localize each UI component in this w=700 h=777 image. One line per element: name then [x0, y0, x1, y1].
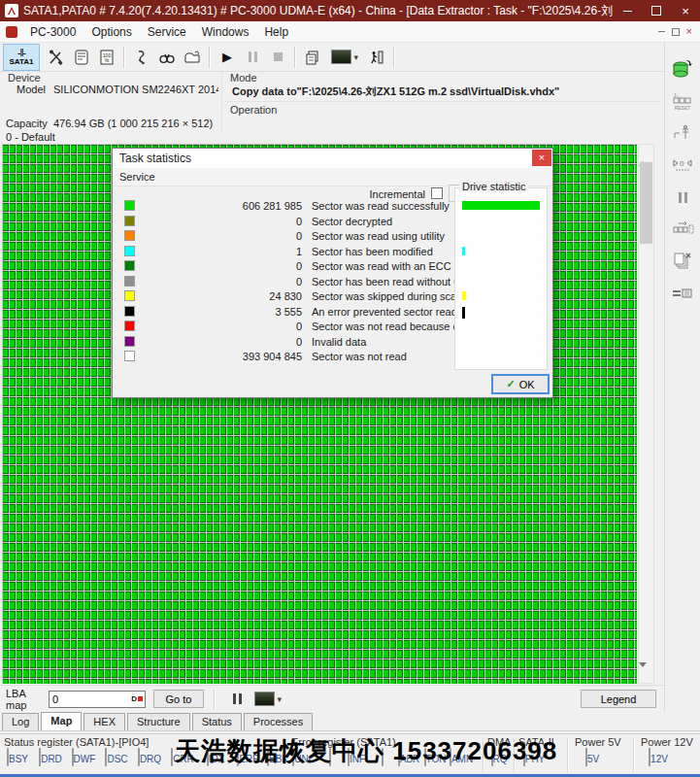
- dialog-title: Task statistics: [119, 152, 191, 165]
- mode-panel: Mode Copy data to"F:\2025\4.26-刘ZX1 512G…: [221, 72, 664, 132]
- lba-map-label: LBA map: [6, 688, 49, 711]
- tab-structure[interactable]: Structure: [127, 713, 190, 730]
- utility-hook-icon: [133, 49, 150, 66]
- led-dwf: DWF: [70, 749, 97, 766]
- color-chip: [124, 200, 135, 211]
- drive-statistic-group: Drive statistic: [454, 187, 548, 370]
- tab-log[interactable]: Log: [2, 713, 39, 730]
- dialog-menu-service[interactable]: Service: [119, 171, 155, 183]
- mdi-minimize-icon[interactable]: [658, 31, 665, 32]
- drive-statistic-label: Drive statistic: [459, 181, 528, 192]
- color-chip: [124, 321, 135, 331]
- scrollbar-thumb[interactable]: [640, 162, 652, 244]
- open-folder-icon: [183, 49, 201, 66]
- color-chip: [124, 246, 135, 256]
- drive-bar: [462, 291, 466, 300]
- mdi-close-icon[interactable]: ×: [686, 26, 692, 37]
- map-preview-icon: [254, 692, 275, 706]
- tools-icon: [48, 49, 65, 66]
- reset-button[interactable]: 1↓ RESET: [668, 88, 697, 114]
- color-chip: [124, 216, 135, 226]
- mode-group-label: Mode: [230, 72, 257, 84]
- main-toolbar: -‖- SATA1 100% ▶ ▾: [0, 43, 664, 72]
- tab-status[interactable]: Status: [192, 713, 242, 730]
- open-task-button[interactable]: [180, 45, 205, 70]
- pc3000-app-icon: [6, 26, 17, 38]
- sata1-port-button[interactable]: -‖- SATA1: [3, 44, 40, 71]
- color-chip: [124, 276, 135, 287]
- menu-service[interactable]: Service: [140, 21, 194, 42]
- right-toolbar: 1↓ RESET 0: [664, 43, 700, 731]
- check-icon: ✓: [506, 378, 515, 390]
- led-12v: 12V: [645, 749, 672, 766]
- scroll-up-button[interactable]: [639, 145, 653, 160]
- status-register-header: Status register (SATA1)-[PIO4]: [4, 736, 149, 748]
- lba-controls: LBA map D Go to ▾ Legend: [0, 685, 664, 712]
- statistics-report-button[interactable]: 100%: [94, 45, 119, 70]
- reset-registers-icon: 1↓: [672, 92, 693, 106]
- menu-pc3000[interactable]: PC-3000: [22, 21, 83, 42]
- radix-toggle-icon[interactable]: D: [131, 694, 143, 703]
- close-button[interactable]: ×: [671, 0, 700, 21]
- bottom-tabs: Log Map HEX Structure Status Processes: [0, 712, 700, 731]
- drive-power-button[interactable]: [668, 56, 697, 82]
- menu-windows[interactable]: Windows: [194, 21, 257, 42]
- operation-separator: [224, 101, 660, 102]
- drive-bar: [462, 201, 540, 210]
- map-scrollbar[interactable]: [638, 144, 654, 684]
- stop-icon: [274, 52, 283, 61]
- pause-button[interactable]: [240, 45, 265, 70]
- maximize-button[interactable]: [642, 0, 671, 21]
- stop-button[interactable]: [265, 45, 290, 70]
- toolbar-separator: [209, 47, 211, 68]
- minimize-button[interactable]: [613, 0, 642, 21]
- terminal-icon: 0: [671, 155, 694, 175]
- ok-button[interactable]: ✓ OK: [491, 374, 550, 394]
- discard-pages-button[interactable]: [668, 249, 697, 274]
- window-title: SATA1,PATA0 # 7.4.20(7.4.20.13431) # PC-…: [23, 3, 613, 19]
- mdi-window-controls[interactable]: ×: [658, 26, 700, 37]
- scroll-down-button[interactable]: [639, 667, 653, 683]
- map-view-dropdown-button[interactable]: ▾: [325, 47, 364, 68]
- utility-mode-button[interactable]: [129, 45, 154, 70]
- pause-icon: [233, 693, 236, 704]
- incremental-checkbox[interactable]: [431, 187, 443, 199]
- tab-processes[interactable]: Processes: [244, 713, 313, 730]
- find-button[interactable]: [154, 45, 180, 70]
- tab-hex[interactable]: HEX: [83, 713, 125, 730]
- test-jig-button[interactable]: [668, 120, 697, 146]
- pause-icon: [679, 192, 687, 203]
- arrow-down-icon: [639, 662, 647, 684]
- pause-io-button[interactable]: [668, 185, 697, 210]
- mdi-restore-icon[interactable]: [672, 28, 680, 36]
- map-pause-button[interactable]: [225, 690, 249, 708]
- percent-document-icon: 100%: [98, 49, 116, 66]
- ata-connector-button[interactable]: [668, 281, 697, 306]
- toolbar-separator: [393, 47, 395, 68]
- operation-label: Operation: [230, 104, 277, 116]
- menu-help[interactable]: Help: [256, 21, 296, 42]
- play-icon: ▶: [222, 50, 232, 64]
- binoculars-icon: [158, 49, 176, 66]
- sata-connector-icon: -‖-: [17, 49, 25, 57]
- device-panel: Device Model SILICONMOTION SM2246XT 2014…: [0, 72, 221, 132]
- dialog-close-button[interactable]: ×: [532, 150, 551, 166]
- capacity-value: 476.94 GB (1 000 215 216 × 512): [53, 118, 218, 129]
- power12-header: Power 12V: [641, 736, 693, 748]
- memory-registers-button[interactable]: [668, 217, 697, 242]
- tab-map[interactable]: Map: [41, 712, 82, 730]
- terminal-button[interactable]: 0: [668, 152, 697, 178]
- start-button[interactable]: ▶: [215, 45, 240, 70]
- goto-button[interactable]: Go to: [153, 690, 204, 708]
- menu-options[interactable]: Options: [83, 21, 139, 42]
- power5-header: Power 5V: [575, 736, 621, 748]
- legend-button[interactable]: Legend: [581, 690, 656, 708]
- exit-button[interactable]: [364, 45, 389, 70]
- map-style-dropdown-button[interactable]: ▾: [249, 689, 287, 710]
- utility-tools-button[interactable]: [44, 45, 69, 70]
- ata-connector-icon: [671, 287, 694, 300]
- script-button[interactable]: [69, 45, 94, 70]
- copy-map-button[interactable]: [300, 45, 325, 70]
- drive-bar: [462, 307, 465, 319]
- drive-power-icon: [671, 57, 694, 81]
